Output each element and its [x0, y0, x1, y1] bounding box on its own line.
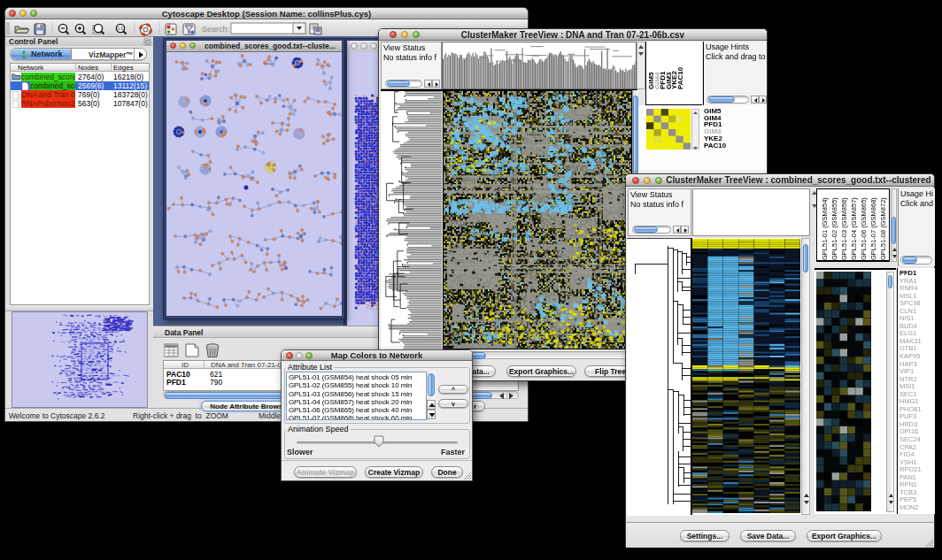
svg-text:1:1: 1:1 — [118, 27, 124, 31]
svg-text:Search:: Search: — [202, 25, 229, 34]
